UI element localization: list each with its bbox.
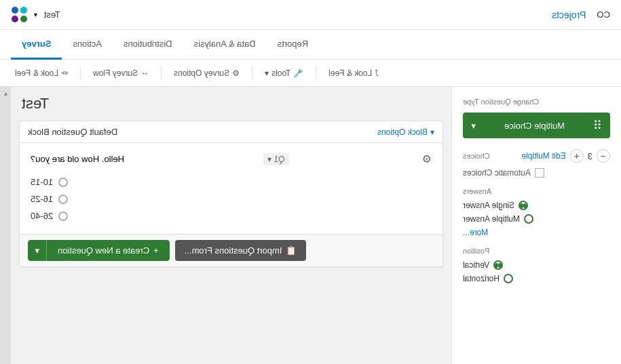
multiple-answer-row: Multiple Answer [463,214,610,224]
scroll-up-arrow[interactable]: ▴ [4,89,7,97]
toolbar-sep-1 [316,66,316,80]
nav-right: Test ▾ [11,7,60,22]
horizontal-label: Horizontal [463,274,500,283]
question-controls: ⚙ [422,153,432,165]
choice-text-1: 10-15 [31,177,53,187]
create-question-button[interactable]: + Create a New Question [47,240,170,261]
toolbar-sep-4 [80,66,81,80]
survey-area: Test ▾ Block Options Default Question Bl… [11,87,451,364]
top-nav: CO Projects Test ▾ [0,0,621,30]
block-options-label: Block Options [377,127,428,137]
user-avatar-dots [11,7,27,22]
choices-header: − 3 + Edit Multiple Choices [463,149,610,163]
vertical-row: Vertical [463,260,610,270]
vertical-label: Vertical [463,260,489,270]
pencil-icon: ✏ [61,68,68,78]
choice-text-2: 16-25 [31,194,53,204]
question-type-label: Multiple Choice [504,121,565,131]
choice-radio-2[interactable] [58,195,68,204]
survey-flow-label: Survey Flow [93,68,138,78]
choice-item: 26-40 [31,207,432,224]
collaborate-label: Look & Feel [328,68,372,78]
question-text: Q1 ▾ [263,153,289,165]
position-label: Position [463,247,610,255]
dot-2 [12,7,18,14]
answers-section: Answers Single Answer Multiple Answer Mo… [463,187,610,237]
create-label: Create a New Question [58,245,149,256]
toolbar-look-feel[interactable]: ✏ Look & Feel [8,66,75,81]
wrench-icon: 🔧 [293,68,303,78]
multiple-answer-radio[interactable] [524,214,533,224]
dot-1 [20,7,27,14]
question-gear-icon[interactable]: ⚙ [422,153,432,165]
toolbar-survey-flow[interactable]: ↔ Survey Flow [86,66,155,81]
scroll-indicator: ▴ [0,87,11,364]
auto-choices-label: Automatic Choices [463,168,531,178]
projects-link[interactable]: Projects [552,9,586,20]
question-type-button[interactable]: ⠿ Multiple Choice ▾ [463,113,610,138]
toolbar-collaborate[interactable]: ⤴ Look & Feel [322,66,385,81]
block-options-btn[interactable]: ▾ Block Options [377,127,434,137]
edit-multiple-link[interactable]: Edit Multiple [521,151,565,161]
plus-icon: + [153,245,159,256]
tab-actions[interactable]: Actions [62,30,113,60]
toolbar-sep-3 [161,66,162,80]
choice-radio-3[interactable] [58,211,68,221]
choices-controls: − 3 + Edit Multiple [521,149,610,163]
block-header: ▾ Block Options Default Question Block [19,121,443,143]
tools-chevron: ▾ [265,68,269,78]
change-type-label: Change Question Type [463,98,610,106]
tab-data-analysis[interactable]: Data & Analysis [183,30,267,60]
question-card: ⚙ Q1 ▾ Hello. How old are you? 10-15 [19,143,443,235]
tab-distributions[interactable]: Distributions [113,30,183,60]
toolbar-sep-2 [252,66,252,80]
horizontal-radio[interactable] [504,274,513,283]
choices-label: Choices [463,152,490,160]
user-chevron[interactable]: ▾ [34,11,37,18]
more-link[interactable]: More... [463,228,610,237]
import-label: Import Questions From... [185,245,282,256]
paste-icon: 📋 [286,245,297,256]
options-gear-icon: ⚙ [232,68,240,78]
choice-item: 10-15 [31,174,432,190]
tab-reports[interactable]: Reports [267,30,320,60]
user-name: Test [44,9,60,20]
auto-choices-checkbox[interactable] [535,168,544,178]
create-dropdown-button[interactable]: ▾ [28,240,47,261]
survey-options-label: Survey Options [174,68,229,78]
single-answer-radio[interactable] [519,201,528,210]
share-icon: ⤴ [375,68,379,78]
horizontal-row: Horizontal [463,274,610,283]
toolbar: ⤴ Look & Feel 🔧 Tools ▾ ⚙ Survey Options… [0,60,621,87]
choices-section: − 3 + Edit Multiple Choices Automatic Ch… [463,149,610,178]
look-feel-label: Look & Feel [15,68,58,78]
q-num-chevron: ▾ [267,155,271,164]
toolbar-survey-options[interactable]: ⚙ Survey Options [167,66,246,81]
decrease-choices-button[interactable]: − [597,149,610,163]
answers-label: Answers [463,187,610,195]
grid-icon: ⠿ [593,118,602,133]
choice-radio-1[interactable] [58,178,68,187]
block-title: Default Question Block [28,127,117,137]
dropdown-arrow: ▾ [471,121,476,131]
create-btn-group: + Create a New Question ▾ [28,240,170,261]
question-action-bar: 📋 Import Questions From... + Create a Ne… [19,235,443,267]
choices-count: 3 [588,151,592,161]
multiple-answer-label: Multiple Answer [463,214,520,224]
tab-survey[interactable]: Survey [11,30,62,60]
question-text-content: Hello. How old are you? [31,154,124,164]
dot-4 [12,16,18,22]
increase-choices-button[interactable]: + [570,149,584,163]
tools-label: Tools [271,68,290,78]
import-questions-button[interactable]: 📋 Import Questions From... [175,240,307,261]
logo: CO [597,9,611,20]
toolbar-tools[interactable]: 🔧 Tools ▾ [258,66,310,81]
tab-bar: Reports Data & Analysis Distributions Ac… [0,30,621,60]
vertical-radio[interactable] [493,260,503,270]
single-answer-row: Single Answer [463,201,610,210]
position-section: Position Vertical Horizontal [463,247,610,283]
q-num-label: Q1 [274,155,285,164]
dot-3 [20,16,27,22]
survey-title: Test [19,95,443,113]
choice-item: 16-25 [31,190,432,207]
